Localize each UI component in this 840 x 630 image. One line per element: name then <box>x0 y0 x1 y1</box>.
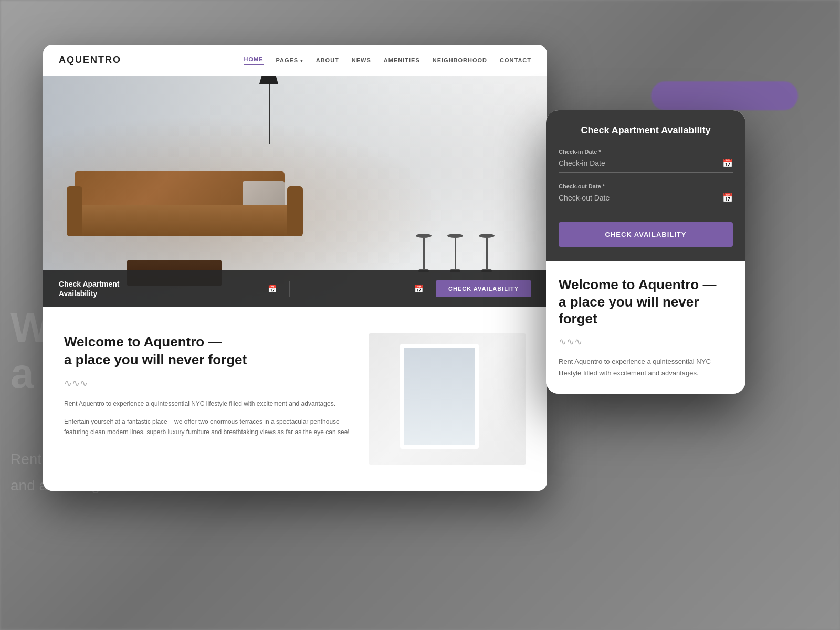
mobile-checkin-input[interactable]: Check-in Date 📅 <box>559 158 733 173</box>
stool-leg <box>486 238 488 269</box>
stool-leg <box>423 238 425 269</box>
mobile-checkout-label: Check-out Date * <box>559 183 733 190</box>
nav-home[interactable]: HOME <box>244 56 264 65</box>
welcome-heading: Welcome to Aquentro — a place you will n… <box>64 333 353 369</box>
checkout-input-wrapper: 📅 <box>300 279 426 298</box>
mobile-checkout-text: Check-out Date <box>559 194 722 202</box>
stool-seat <box>416 234 432 238</box>
mobile-welcome-paragraph: Rent Aquentro to experience a quintessen… <box>559 356 733 379</box>
nav-links: HOME PAGES ABOUT NEWS AMENITIES NEIGHBOR… <box>244 56 531 65</box>
desktop-navbar: AQUENTRO HOME PAGES ABOUT NEWS AMENITIES… <box>43 45 547 76</box>
stool-seat <box>447 234 463 238</box>
mobile-mockup: Check Apartment Availability Check-in Da… <box>546 110 746 394</box>
welcome-paragraph-1: Rent Aquentro to experience a quintessen… <box>64 398 353 409</box>
room-window <box>400 344 479 449</box>
stool-leg <box>455 238 456 269</box>
desktop-mockup: AQUENTRO HOME PAGES ABOUT NEWS AMENITIES… <box>43 45 547 491</box>
mobile-checkin-text: Check-in Date <box>559 159 722 167</box>
calendar-icon-2: 📅 <box>414 285 423 293</box>
bar-stool-2 <box>447 234 463 276</box>
avail-title: Check ApartmentAvailability <box>59 279 143 298</box>
welcome-paragraph-2: Entertain yourself at a fantastic place … <box>64 416 353 438</box>
nav-amenities[interactable]: AMENITIES <box>384 57 420 64</box>
mobile-check-availability-button[interactable]: CHECK AVAILABILITY <box>559 222 733 247</box>
availability-bar: Check ApartmentAvailability 📅 📅 CHECK AV… <box>43 270 547 307</box>
background-purple-pill <box>651 81 798 110</box>
mobile-avail-title: Check Apartment Availability <box>559 125 733 136</box>
check-availability-button[interactable]: CHECK AVAILABILITY <box>436 280 531 297</box>
nav-pages[interactable]: PAGES <box>276 57 303 64</box>
mobile-checkout-input[interactable]: Check-out Date 📅 <box>559 193 733 207</box>
mobile-checkin-label: Check-in Date * <box>559 149 733 155</box>
sofa-seat <box>75 205 295 236</box>
checkin-input-wrapper: 📅 <box>153 279 279 298</box>
pendant-lamp <box>269 81 270 144</box>
nav-neighborhood[interactable]: NEIGHBORHOOD <box>433 57 487 64</box>
mobile-wave: ∿∿∿ <box>559 336 733 348</box>
welcome-wave: ∿∿∿ <box>64 377 353 389</box>
nav-about[interactable]: ABOUT <box>316 57 339 64</box>
stool-seat <box>479 234 495 238</box>
nav-news[interactable]: NEWS <box>352 57 371 64</box>
calendar-icon: 📅 <box>268 285 277 293</box>
welcome-image <box>369 333 526 465</box>
mobile-welcome-heading: Welcome to Aquentro — a place you will n… <box>559 276 733 328</box>
mobile-calendar-icon-2: 📅 <box>722 193 733 203</box>
sofa-arm-right <box>287 186 303 236</box>
mobile-avail-card: Check Apartment Availability Check-in Da… <box>546 110 746 261</box>
sofa-arm-left <box>67 186 82 236</box>
bar-stool-3 <box>479 234 495 276</box>
welcome-text-block: Welcome to Aquentro — a place you will n… <box>64 333 353 465</box>
bar-area <box>416 234 495 276</box>
sofa-decoration <box>75 171 295 265</box>
nav-contact[interactable]: CONTACT <box>500 57 531 64</box>
welcome-section: Welcome to Aquentro — a place you will n… <box>43 307 547 491</box>
mobile-calendar-icon-1: 📅 <box>722 158 733 168</box>
hero-section: Check ApartmentAvailability 📅 📅 CHECK AV… <box>43 76 547 307</box>
logo: AQUENTRO <box>59 55 121 66</box>
input-separator <box>289 281 290 297</box>
bar-stool-1 <box>416 234 432 276</box>
mobile-welcome-section: Welcome to Aquentro — a place you will n… <box>546 261 746 394</box>
